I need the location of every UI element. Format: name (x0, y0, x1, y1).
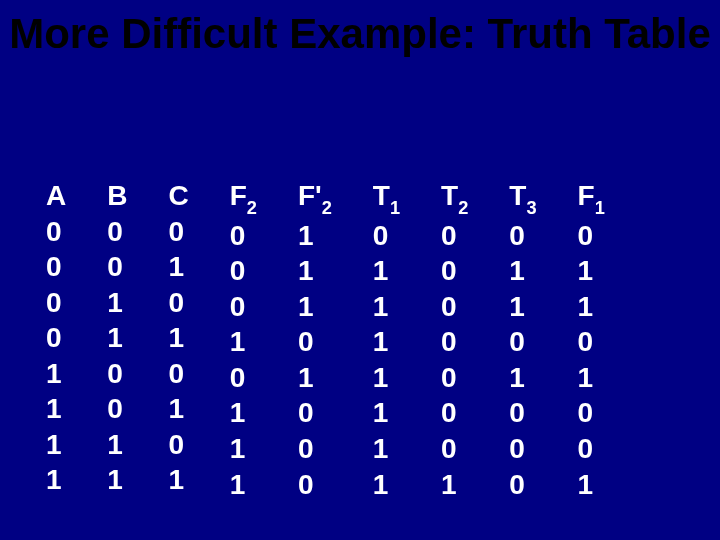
table-cell: 1 (578, 253, 594, 289)
column-header-subscript: 2 (458, 198, 468, 218)
column-header-label: F (230, 180, 247, 211)
table-cell: 0 (46, 249, 62, 285)
table-cell: 0 (373, 218, 389, 254)
table-cell: 0 (441, 289, 457, 325)
table-cell: 0 (298, 324, 314, 360)
table-cell: 0 (168, 285, 184, 321)
table-cell: 0 (168, 356, 184, 392)
column-header-label: A (46, 180, 66, 211)
table-cell: 1 (373, 431, 389, 467)
column-header-subscript: 3 (526, 198, 536, 218)
column-header-label: T (441, 180, 458, 211)
truth-table-column: F'211101000 (298, 178, 332, 502)
table-cell: 1 (373, 324, 389, 360)
table-cell: 0 (168, 427, 184, 463)
table-cell: 0 (578, 324, 594, 360)
table-cell: 0 (441, 431, 457, 467)
truth-table-column: F200010111 (230, 178, 257, 502)
table-cell: 0 (298, 467, 314, 503)
table-cell: 0 (230, 218, 246, 254)
column-header-subscript: 2 (322, 198, 332, 218)
truth-table: A00001111B00110011C01010101F200010111F'2… (46, 178, 605, 502)
table-cell: 0 (46, 320, 62, 356)
table-cell: 1 (107, 285, 123, 321)
table-cell: 0 (441, 324, 457, 360)
table-cell: 1 (373, 253, 389, 289)
truth-table-column: F101101001 (578, 178, 605, 502)
column-header-label: T (373, 180, 390, 211)
table-cell: 1 (509, 360, 525, 396)
table-cell: 1 (230, 395, 246, 431)
table-cell: 1 (107, 462, 123, 498)
table-cell: 1 (46, 391, 62, 427)
column-header-subscript: 1 (390, 198, 400, 218)
column-header: F'2 (298, 178, 332, 218)
table-cell: 1 (373, 467, 389, 503)
table-cell: 0 (578, 218, 594, 254)
table-cell: 0 (509, 324, 525, 360)
column-header: A (46, 178, 66, 214)
table-cell: 1 (107, 427, 123, 463)
table-cell: 0 (509, 431, 525, 467)
table-cell: 1 (578, 360, 594, 396)
table-cell: 0 (298, 395, 314, 431)
table-cell: 0 (578, 395, 594, 431)
column-header-label: B (107, 180, 127, 211)
table-cell: 1 (509, 253, 525, 289)
table-cell: 1 (441, 467, 457, 503)
table-cell: 0 (298, 431, 314, 467)
table-cell: 0 (107, 249, 123, 285)
truth-table-column: T101111111 (373, 178, 400, 502)
table-cell: 0 (441, 253, 457, 289)
table-cell: 0 (441, 360, 457, 396)
table-cell: 0 (46, 285, 62, 321)
table-cell: 1 (168, 249, 184, 285)
table-cell: 1 (373, 395, 389, 431)
table-cell: 0 (509, 218, 525, 254)
table-cell: 0 (168, 214, 184, 250)
slide-title: More Difficult Example: Truth Table (0, 0, 720, 58)
table-cell: 1 (578, 467, 594, 503)
table-cell: 0 (107, 356, 123, 392)
column-header-subscript: 2 (247, 198, 257, 218)
column-header-label: T (509, 180, 526, 211)
table-cell: 1 (107, 320, 123, 356)
table-cell: 1 (578, 289, 594, 325)
table-cell: 1 (230, 324, 246, 360)
truth-table-column: C01010101 (168, 178, 188, 502)
column-header-label: F' (298, 180, 322, 211)
table-cell: 1 (373, 360, 389, 396)
table-cell: 0 (107, 391, 123, 427)
table-cell: 0 (107, 214, 123, 250)
table-cell: 0 (230, 289, 246, 325)
table-cell: 0 (578, 431, 594, 467)
table-cell: 1 (46, 462, 62, 498)
table-cell: 0 (230, 253, 246, 289)
truth-table-column: T200000001 (441, 178, 468, 502)
column-header: F2 (230, 178, 257, 218)
table-cell: 1 (298, 289, 314, 325)
truth-table-column: B00110011 (107, 178, 127, 502)
column-header-subscript: 1 (595, 198, 605, 218)
column-header-label: C (168, 180, 188, 211)
table-cell: 1 (46, 356, 62, 392)
table-cell: 0 (46, 214, 62, 250)
table-cell: 1 (230, 431, 246, 467)
table-cell: 1 (509, 289, 525, 325)
table-cell: 0 (441, 218, 457, 254)
truth-table-column: T301101000 (509, 178, 536, 502)
table-cell: 1 (168, 391, 184, 427)
column-header: C (168, 178, 188, 214)
column-header: T1 (373, 178, 400, 218)
table-cell: 1 (46, 427, 62, 463)
table-cell: 1 (298, 360, 314, 396)
column-header: F1 (578, 178, 605, 218)
table-cell: 1 (168, 462, 184, 498)
table-cell: 1 (230, 467, 246, 503)
column-header: B (107, 178, 127, 214)
table-cell: 1 (298, 218, 314, 254)
column-header: T3 (509, 178, 536, 218)
column-header-label: F (578, 180, 595, 211)
truth-table-column: A00001111 (46, 178, 66, 502)
table-cell: 1 (298, 253, 314, 289)
